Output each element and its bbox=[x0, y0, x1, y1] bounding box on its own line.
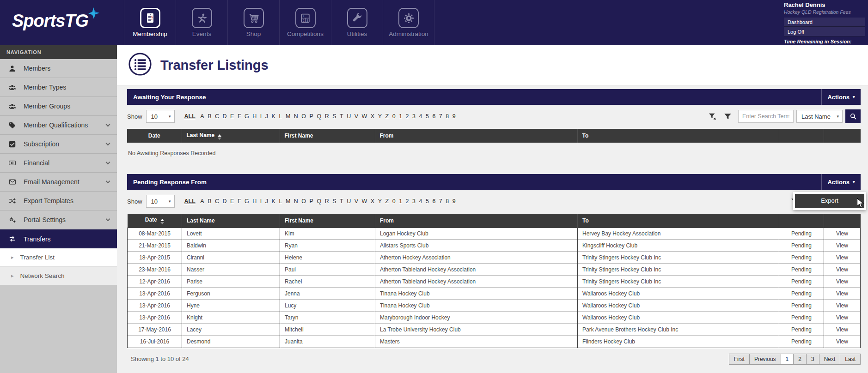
sportstg-logo[interactable]: SportsTG bbox=[12, 11, 88, 31]
alphabet-letter-link[interactable]: F bbox=[237, 198, 242, 205]
alphabet-letter-link[interactable]: N bbox=[293, 113, 299, 120]
alphabet-letter-link[interactable]: Q bbox=[316, 198, 322, 205]
top-nav-item-competitions[interactable]: 123Competitions bbox=[279, 0, 331, 45]
page-button-next[interactable]: Next bbox=[819, 354, 841, 365]
filter-icon[interactable] bbox=[723, 113, 732, 120]
alphabet-letter-link[interactable]: F bbox=[237, 113, 242, 120]
page-button-previous[interactable]: Previous bbox=[749, 354, 781, 365]
alphabet-letter-link[interactable]: X bbox=[370, 198, 375, 205]
top-nav-item-events[interactable]: Events bbox=[176, 0, 227, 45]
alphabet-letter-link[interactable]: 0 bbox=[392, 113, 396, 120]
alphabet-letter-link[interactable]: C bbox=[214, 113, 220, 120]
alphabet-letter-link[interactable]: A bbox=[200, 198, 204, 205]
column-header-last-name[interactable]: Last Name bbox=[182, 214, 280, 228]
alphabet-letter-link[interactable]: M bbox=[285, 113, 291, 120]
alphabet-letter-link[interactable]: 3 bbox=[412, 198, 416, 205]
search-by-select[interactable]: Last Name▾ bbox=[796, 110, 843, 123]
alphabet-letter-link[interactable]: B bbox=[207, 198, 212, 205]
alphabet-letter-link[interactable]: K bbox=[271, 113, 276, 120]
alphabet-letter-link[interactable]: 6 bbox=[432, 113, 436, 120]
alphabet-letter-link[interactable]: Z bbox=[385, 113, 390, 120]
column-header-date[interactable]: Date bbox=[127, 129, 182, 143]
alphabet-letter-link[interactable]: G bbox=[244, 113, 250, 120]
alphabet-letter-link[interactable]: K bbox=[271, 198, 276, 205]
alphabet-letter-link[interactable]: 9 bbox=[452, 198, 456, 205]
sidebar-item-export-templates[interactable]: Export Templates bbox=[0, 192, 117, 211]
alphabet-letter-link[interactable]: D bbox=[222, 113, 227, 120]
sidebar-subitem-transfer-list[interactable]: ▸Transfer List bbox=[0, 248, 117, 267]
alphabet-letter-link[interactable]: 2 bbox=[405, 198, 410, 205]
alphabet-letter-link[interactable]: B bbox=[207, 113, 212, 120]
alphabet-letter-link[interactable]: 2 bbox=[405, 113, 410, 120]
alphabet-letter-link[interactable]: E bbox=[230, 113, 234, 120]
alphabet-letter-link[interactable]: P bbox=[309, 113, 314, 120]
actions-button-pending[interactable]: Actions▾ bbox=[821, 174, 861, 190]
view-link[interactable]: View bbox=[824, 288, 861, 300]
alphabet-letter-link[interactable]: A bbox=[200, 113, 204, 120]
alphabet-letter-link[interactable]: V bbox=[354, 198, 359, 205]
view-link[interactable]: View bbox=[824, 240, 861, 252]
alphabet-letter-link[interactable]: W bbox=[361, 113, 368, 120]
alphabet-letter-link[interactable]: 9 bbox=[452, 113, 456, 120]
alphabet-letter-link[interactable]: 5 bbox=[425, 198, 429, 205]
alphabet-letter-link[interactable]: 7 bbox=[439, 113, 443, 120]
alphabet-letter-link[interactable]: R bbox=[324, 113, 330, 120]
sidebar-item-member-types[interactable]: Member Types bbox=[0, 78, 117, 97]
alphabet-letter-link[interactable]: Y bbox=[378, 113, 382, 120]
alphabet-letter-link[interactable]: 7 bbox=[439, 198, 443, 205]
alphabet-letter-link[interactable]: Z bbox=[385, 198, 390, 205]
page-button-last[interactable]: Last bbox=[840, 354, 861, 365]
alphabet-letter-link[interactable]: R bbox=[324, 198, 330, 205]
alphabet-letter-link[interactable]: W bbox=[361, 198, 368, 205]
alphabet-letter-link[interactable]: 4 bbox=[418, 198, 422, 205]
page-button-first[interactable]: First bbox=[729, 354, 750, 365]
alphabet-letter-link[interactable]: N bbox=[293, 198, 299, 205]
alphabet-letter-link[interactable]: Q bbox=[316, 113, 322, 120]
alphabet-letter-link[interactable]: S bbox=[332, 113, 336, 120]
view-link[interactable]: View bbox=[824, 336, 861, 348]
alphabet-letter-link[interactable]: Y bbox=[378, 198, 382, 205]
alphabet-letter-link[interactable]: I bbox=[260, 198, 262, 205]
alphabet-letter-link[interactable]: I bbox=[260, 113, 262, 120]
top-nav-item-utilities[interactable]: Utilities bbox=[331, 0, 383, 45]
alphabet-letter-link[interactable]: O bbox=[301, 113, 306, 120]
filter-clear-icon[interactable] bbox=[708, 113, 717, 120]
dashboard-link[interactable]: Dashboard bbox=[784, 18, 865, 27]
alphabet-letter-link[interactable]: V bbox=[354, 113, 359, 120]
actions-button-awaiting[interactable]: Actions▾ bbox=[821, 89, 861, 105]
top-nav-item-administration[interactable]: Administration bbox=[383, 0, 434, 45]
alphabet-letter-link[interactable]: O bbox=[301, 198, 306, 205]
sidebar-item-member-groups[interactable]: Member Groups bbox=[0, 97, 117, 116]
view-link[interactable]: View bbox=[824, 264, 861, 276]
show-select[interactable]: 10▾ bbox=[146, 110, 175, 123]
alphabet-letter-link[interactable]: M bbox=[285, 198, 291, 205]
alphabet-letter-link[interactable]: 3 bbox=[412, 113, 416, 120]
view-link[interactable]: View bbox=[824, 252, 861, 264]
page-button-1[interactable]: 1 bbox=[781, 354, 794, 365]
alphabet-letter-link[interactable]: 6 bbox=[432, 198, 436, 205]
alphabet-letter-link[interactable]: 1 bbox=[398, 198, 403, 205]
alphabet-letter-link[interactable]: 1 bbox=[398, 113, 403, 120]
alphabet-letter-link[interactable]: C bbox=[214, 198, 220, 205]
alphabet-letter-link[interactable]: T bbox=[339, 198, 344, 205]
alphabet-all-link[interactable]: ALL bbox=[184, 113, 196, 120]
sidebar-item-transfers[interactable]: Transfers bbox=[0, 229, 117, 248]
alphabet-letter-link[interactable]: D bbox=[222, 198, 227, 205]
column-header-from[interactable]: From bbox=[375, 214, 578, 228]
view-link[interactable]: View bbox=[824, 300, 861, 312]
column-header-to[interactable]: To bbox=[577, 129, 779, 143]
alphabet-letter-link[interactable]: T bbox=[339, 113, 344, 120]
alphabet-letter-link[interactable]: 8 bbox=[445, 198, 449, 205]
alphabet-letter-link[interactable]: U bbox=[346, 198, 351, 205]
view-link[interactable]: View bbox=[824, 324, 861, 336]
alphabet-letter-link[interactable]: G bbox=[244, 198, 250, 205]
top-nav-item-membership[interactable]: Membership bbox=[124, 0, 176, 45]
sidebar-item-portal-settings[interactable]: Portal Settings bbox=[0, 211, 117, 229]
alphabet-letter-link[interactable]: J bbox=[265, 113, 269, 120]
column-header-first-name[interactable]: First Name bbox=[280, 214, 375, 228]
alphabet-letter-link[interactable]: P bbox=[309, 198, 314, 205]
column-header-from[interactable]: From bbox=[375, 129, 577, 143]
column-header-last-name[interactable]: Last Name bbox=[182, 129, 280, 143]
alphabet-letter-link[interactable]: L bbox=[278, 113, 282, 120]
show-select[interactable]: 10▾ bbox=[146, 195, 175, 208]
